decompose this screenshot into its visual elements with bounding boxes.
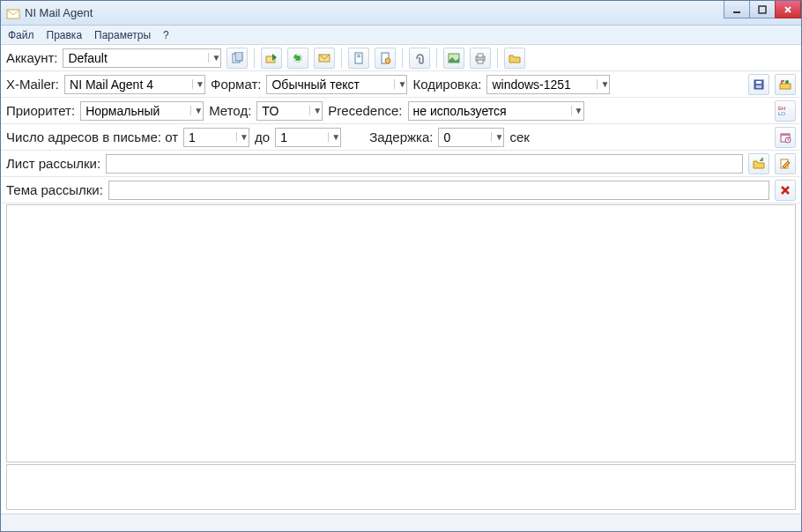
combo-xmailer-value: NI Mail Agent 4 bbox=[70, 78, 192, 92]
print-icon[interactable] bbox=[470, 48, 491, 69]
row-xmailer: X-Mailer: NI Mail Agent 4 ▼ Формат: Обыч… bbox=[1, 71, 801, 98]
chevron-down-icon: ▼ bbox=[192, 79, 203, 89]
svg-text:LO: LO bbox=[778, 111, 785, 116]
schedule-icon[interactable] bbox=[775, 127, 796, 148]
row-subject: Тема рассылки: bbox=[1, 177, 801, 203]
combo-delay[interactable]: 0 ▼ bbox=[438, 128, 504, 147]
combo-format-value: Обычный текст bbox=[271, 78, 394, 92]
delay-value: 0 bbox=[443, 130, 491, 144]
svg-rect-26 bbox=[781, 134, 790, 136]
chevron-down-icon: ▼ bbox=[328, 132, 338, 142]
row-list: Лист рассылки: bbox=[1, 151, 801, 177]
open-list-icon[interactable] bbox=[748, 153, 769, 174]
combo-xmailer[interactable]: NI Mail Agent 4 ▼ bbox=[64, 75, 205, 94]
list-input[interactable] bbox=[106, 154, 743, 174]
svg-point-12 bbox=[385, 58, 390, 63]
combo-addr-from[interactable]: 1 ▼ bbox=[183, 128, 249, 147]
combo-addr-to[interactable]: 1 ▼ bbox=[275, 128, 341, 147]
refresh-icon[interactable] bbox=[287, 48, 308, 69]
window-controls bbox=[724, 1, 801, 18]
row-account: Аккаунт: Default ▼ bbox=[1, 45, 801, 71]
separator bbox=[341, 48, 342, 68]
separator bbox=[402, 48, 403, 68]
doc2-icon[interactable] bbox=[375, 48, 396, 69]
app-icon bbox=[6, 6, 20, 20]
label-precedence: Precedence: bbox=[328, 103, 402, 118]
folder-icon[interactable] bbox=[504, 48, 525, 69]
separator bbox=[497, 48, 498, 68]
save-icon[interactable] bbox=[748, 74, 769, 95]
label-encoding: Кодировка: bbox=[412, 77, 481, 92]
svg-rect-19 bbox=[756, 81, 761, 84]
label-format: Формат: bbox=[211, 77, 261, 92]
statusbar bbox=[1, 514, 801, 531]
separator bbox=[254, 48, 255, 68]
combo-encoding[interactable]: windows-1251 ▼ bbox=[486, 75, 610, 94]
chevron-down-icon: ▼ bbox=[208, 53, 219, 63]
mail-icon[interactable] bbox=[314, 48, 335, 69]
combo-format[interactable]: Обычный текст ▼ bbox=[266, 75, 407, 94]
svg-rect-17 bbox=[478, 60, 483, 63]
clear-subject-icon[interactable] bbox=[775, 180, 796, 201]
row-priority: Приоритет: Нормальный ▼ Метод: TO ▼ Prec… bbox=[1, 98, 801, 124]
combo-method[interactable]: TO ▼ bbox=[256, 101, 323, 121]
footer-area[interactable] bbox=[6, 464, 796, 510]
label-sec: сек bbox=[509, 129, 529, 144]
addr-from-value: 1 bbox=[189, 130, 236, 144]
combo-method-value: TO bbox=[262, 104, 309, 118]
label-to: до bbox=[255, 129, 270, 144]
svg-rect-1 bbox=[733, 11, 740, 13]
menu-params[interactable]: Параметры bbox=[94, 29, 151, 41]
combo-encoding-value: windows-1251 bbox=[492, 78, 597, 92]
close-button[interactable] bbox=[775, 1, 801, 18]
out-icon[interactable] bbox=[261, 48, 282, 69]
copy-icon[interactable] bbox=[226, 48, 248, 69]
svg-rect-9 bbox=[357, 55, 360, 55]
titlebar: NI Mail Agent bbox=[1, 1, 801, 26]
svg-rect-8 bbox=[355, 53, 362, 63]
chevron-down-icon: ▼ bbox=[190, 106, 201, 115]
app-window: NI Mail Agent Файл Правка Параметры ? Ак… bbox=[0, 0, 802, 532]
svg-rect-20 bbox=[756, 85, 761, 88]
chevron-down-icon: ▼ bbox=[571, 106, 582, 115]
combo-account[interactable]: Default ▼ bbox=[63, 48, 221, 68]
combo-account-value: Default bbox=[68, 51, 208, 65]
window-title: NI Mail Agent bbox=[25, 6, 93, 19]
maximize-button[interactable] bbox=[749, 1, 776, 18]
svg-rect-4 bbox=[235, 52, 242, 61]
chevron-down-icon: ▼ bbox=[236, 132, 247, 142]
message-body-area[interactable] bbox=[6, 204, 796, 462]
subject-input[interactable] bbox=[108, 181, 769, 200]
row-addresses: Число адресов в письме: от 1 ▼ до 1 ▼ За… bbox=[1, 124, 801, 151]
doc1-icon[interactable] bbox=[348, 48, 369, 69]
menu-edit[interactable]: Правка bbox=[47, 29, 83, 41]
tools-icon[interactable] bbox=[775, 74, 796, 95]
edit-list-icon[interactable] bbox=[775, 153, 796, 174]
combo-priority[interactable]: Нормальный ▼ bbox=[80, 101, 204, 121]
attach-icon[interactable] bbox=[409, 48, 430, 69]
label-delay: Задержка: bbox=[369, 129, 433, 144]
combo-precedence-value: не используется bbox=[413, 104, 571, 118]
addr-to-value: 1 bbox=[280, 130, 328, 144]
menu-file[interactable]: Файл bbox=[8, 29, 34, 41]
label-list: Лист рассылки: bbox=[6, 156, 100, 171]
combo-precedence[interactable]: не используется ▼ bbox=[408, 101, 584, 121]
label-subject: Тема рассылки: bbox=[6, 182, 103, 197]
svg-point-22 bbox=[785, 80, 789, 84]
label-account: Аккаунт: bbox=[6, 50, 57, 65]
label-priority: Приоритет: bbox=[6, 103, 75, 118]
menu-help[interactable]: ? bbox=[163, 29, 169, 41]
minimize-button[interactable] bbox=[724, 1, 750, 18]
svg-rect-16 bbox=[478, 54, 483, 57]
label-addr-count: Число адресов в письме: от bbox=[6, 129, 178, 144]
chevron-down-icon: ▼ bbox=[309, 106, 320, 115]
svg-rect-10 bbox=[357, 56, 360, 57]
combo-priority-value: Нормальный bbox=[85, 104, 190, 118]
chevron-down-icon: ▼ bbox=[491, 132, 501, 142]
pic-icon[interactable] bbox=[443, 48, 464, 69]
menubar: Файл Правка Параметры ? bbox=[1, 26, 801, 45]
ehlo-icon[interactable]: EHLO bbox=[775, 100, 796, 122]
label-xmailer: X-Mailer: bbox=[6, 77, 59, 92]
chevron-down-icon: ▼ bbox=[394, 79, 405, 89]
separator bbox=[436, 48, 437, 68]
